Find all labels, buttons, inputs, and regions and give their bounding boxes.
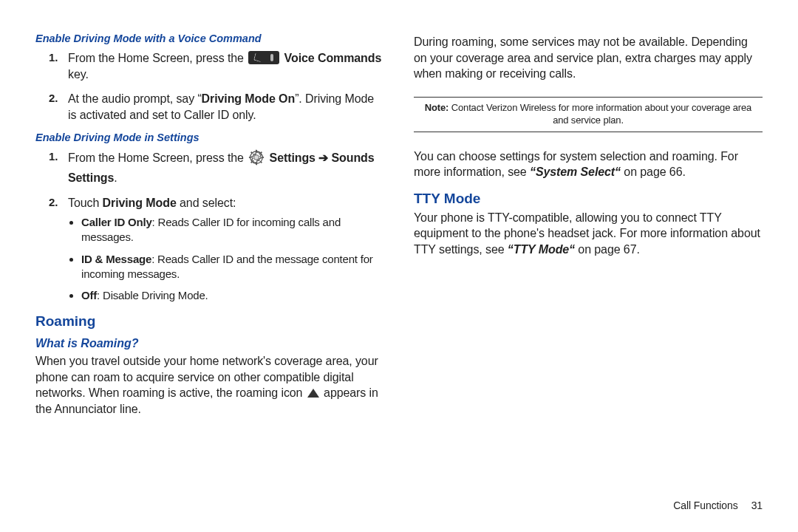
settings-label: Settings: [270, 151, 319, 164]
steps-settings: From the Home Screen, press the Settings…: [35, 149, 384, 303]
note-box: Note: Contact Verizon Wireless for more …: [414, 97, 763, 132]
voice-commands-label: Voice Commands: [284, 52, 382, 64]
svg-point-10: [254, 156, 259, 160]
option-label: Off: [81, 289, 97, 301]
step-settings-1: From the Home Screen, press the Settings…: [68, 149, 384, 185]
tty-paragraph: Your phone is TTY-compatible, allowing y…: [414, 210, 763, 258]
step-text: From the Home Screen, press the: [68, 52, 247, 64]
step-voice-2: At the audio prompt, say “Driving Mode O…: [68, 91, 384, 123]
option-id-message: ID & Message: Reads Caller ID and the me…: [81, 252, 384, 282]
tty-post: on page 67.: [575, 243, 640, 256]
option-off: Off: Disable Driving Mode.: [81, 288, 384, 303]
page-footer: Call Functions31: [673, 499, 763, 511]
roaming-triangle-icon: [307, 389, 319, 398]
settings-gear-icon: [248, 149, 265, 170]
heading-enable-voice: Enable Driving Mode with a Voice Command: [35, 33, 384, 44]
voice-commands-key-icon: [248, 51, 279, 64]
roaming-continued-paragraph: During roaming, some services may not be…: [414, 34, 763, 82]
step-voice-1: From the Home Screen, press the Voice Co…: [68, 50, 384, 82]
svg-line-7: [261, 162, 262, 163]
option-label: ID & Message: [81, 253, 151, 265]
system-select-ref: “System Select“: [530, 166, 621, 178]
left-column: Enable Driving Mode with a Voice Command…: [35, 31, 384, 502]
svg-line-9: [261, 152, 262, 154]
option-text: : Disable Driving Mode.: [97, 289, 208, 301]
footer-page-number: 31: [751, 499, 763, 511]
tty-mode-ref: “TTY Mode“: [508, 243, 575, 256]
heading-roaming: Roaming: [35, 313, 384, 330]
step-settings-2: Touch Driving Mode and select: Caller ID…: [68, 195, 384, 304]
heading-what-is-roaming: What is Roaming?: [35, 337, 384, 350]
page-root: Enable Driving Mode with a Voice Command…: [0, 0, 798, 532]
note-text: Contact Verizon Wireless for more inform…: [449, 102, 751, 126]
step2-pre: At the audio prompt, say “: [68, 92, 202, 105]
option-caller-id-only: Caller ID Only: Reads Caller ID for inco…: [81, 215, 384, 245]
driving-mode-on-label: Driving Mode On: [202, 92, 296, 105]
stepB2-post: and select:: [177, 197, 236, 209]
svg-line-8: [251, 162, 253, 163]
note-label: Note:: [425, 102, 449, 113]
option-label: Caller ID Only: [81, 216, 152, 228]
heading-tty-mode: TTY Mode: [414, 191, 763, 207]
driving-mode-options: Caller ID Only: Reads Caller ID for inco…: [68, 215, 384, 303]
roaming-paragraph: When you travel outside your home networ…: [35, 353, 384, 417]
nav-arrow-icon: ➔: [318, 151, 331, 164]
stepB1-pre: From the Home Screen, press the: [68, 151, 247, 164]
step-text-tail: key.: [68, 68, 89, 81]
steps-voice: From the Home Screen, press the Voice Co…: [35, 50, 384, 123]
stepB1-period: .: [114, 171, 117, 184]
svg-line-6: [251, 152, 253, 154]
right-column: During roaming, some services may not be…: [414, 31, 763, 502]
driving-mode-label: Driving Mode: [103, 197, 177, 209]
syssel-post: on page 66.: [621, 166, 686, 178]
system-select-paragraph: You can choose settings for system selec…: [414, 149, 763, 180]
stepB2-pre: Touch: [68, 197, 103, 209]
heading-enable-settings: Enable Driving Mode in Settings: [35, 132, 384, 143]
footer-section: Call Functions: [673, 499, 737, 511]
